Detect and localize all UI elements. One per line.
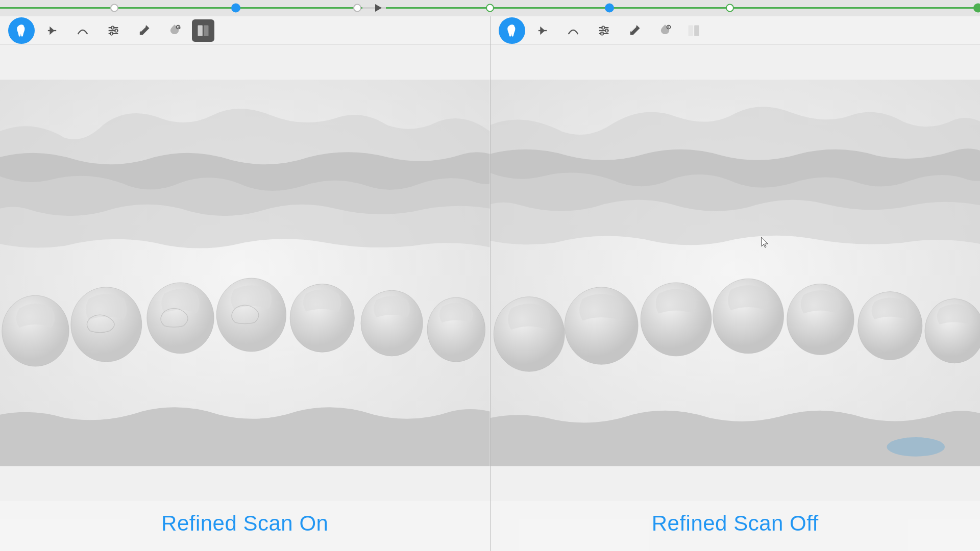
svg-rect-46 bbox=[688, 25, 693, 36]
svg-point-8 bbox=[605, 4, 614, 13]
arch-icon-r bbox=[566, 23, 580, 38]
svg-rect-1 bbox=[0, 7, 362, 9]
arch-icon bbox=[76, 23, 90, 38]
left-toolbar: 👁 bbox=[0, 16, 490, 45]
svg-point-41 bbox=[601, 26, 604, 29]
left-scan-label: Refined Scan On bbox=[0, 501, 490, 551]
svg-point-42 bbox=[605, 29, 608, 32]
svg-text:👁: 👁 bbox=[178, 26, 181, 29]
eraser-icon-r bbox=[627, 23, 642, 38]
left-tooth-button[interactable] bbox=[8, 17, 35, 44]
left-scan-area bbox=[0, 45, 490, 501]
left-label-text: Refined Scan On bbox=[161, 511, 328, 535]
left-compare-button[interactable] bbox=[192, 19, 214, 42]
svg-point-56 bbox=[887, 437, 945, 457]
right-tooth-button[interactable] bbox=[499, 17, 525, 44]
svg-rect-11 bbox=[48, 30, 56, 31]
svg-point-20 bbox=[110, 32, 113, 35]
left-panel: 👁 bbox=[0, 16, 491, 551]
main-content: 👁 bbox=[0, 16, 980, 551]
right-panel: Refined Scan Off bbox=[491, 16, 981, 551]
right-scan-label: Refined Scan Off bbox=[491, 501, 981, 551]
right-scan-svg bbox=[491, 45, 981, 501]
svg-marker-6 bbox=[375, 4, 382, 12]
cursor bbox=[760, 236, 772, 251]
arrow-right-icon bbox=[45, 23, 59, 38]
right-compare-button[interactable] bbox=[682, 19, 705, 42]
left-adjust-button[interactable] bbox=[100, 17, 127, 44]
right-eraser-button[interactable] bbox=[621, 17, 648, 44]
svg-point-45 bbox=[668, 26, 669, 27]
right-bucket-eye-button[interactable] bbox=[652, 17, 678, 44]
svg-point-5 bbox=[354, 5, 361, 12]
right-arch-button[interactable] bbox=[560, 17, 586, 44]
tooth-icon-right bbox=[505, 23, 519, 38]
svg-point-9 bbox=[726, 5, 733, 12]
svg-point-4 bbox=[231, 4, 240, 13]
compare-icon-r bbox=[687, 23, 701, 38]
left-eraser-button[interactable] bbox=[131, 17, 157, 44]
svg-rect-47 bbox=[694, 25, 699, 36]
right-toolbar bbox=[491, 16, 981, 45]
left-arrow-button[interactable] bbox=[39, 17, 65, 44]
eraser-icon bbox=[137, 23, 151, 38]
right-label-text: Refined Scan Off bbox=[652, 511, 819, 535]
right-arrow-button[interactable] bbox=[529, 17, 556, 44]
progress-bar bbox=[0, 0, 980, 16]
svg-point-10 bbox=[973, 4, 980, 13]
compare-icon bbox=[196, 23, 210, 38]
arrow-right-icon-r bbox=[535, 23, 550, 38]
left-bucket-eye-button[interactable]: 👁 bbox=[161, 17, 188, 44]
svg-point-3 bbox=[111, 5, 118, 12]
left-arch-button[interactable] bbox=[69, 17, 96, 44]
bucket-eye-icon-r bbox=[658, 23, 672, 38]
tooth-icon bbox=[14, 23, 29, 38]
svg-rect-34 bbox=[538, 30, 546, 31]
left-scan-svg bbox=[0, 45, 490, 501]
right-adjust-button[interactable] bbox=[591, 17, 617, 44]
right-scan-area bbox=[491, 45, 981, 501]
svg-rect-2 bbox=[386, 7, 980, 9]
adjust-icon-r bbox=[597, 23, 611, 38]
bucket-eye-icon: 👁 bbox=[167, 23, 182, 38]
svg-rect-24 bbox=[198, 25, 203, 36]
svg-point-7 bbox=[486, 5, 494, 12]
adjust-icon bbox=[106, 23, 120, 38]
svg-rect-25 bbox=[204, 25, 208, 36]
